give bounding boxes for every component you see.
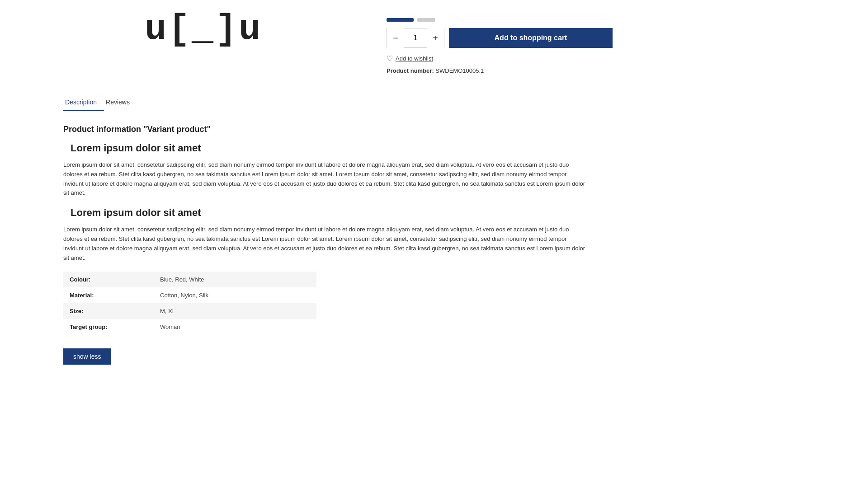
description-body-2: Lorem ipsum dolor sit amet, consetetur s… — [63, 225, 588, 263]
quantity-control: − + — [387, 28, 444, 48]
product-number-label: Product number: — [387, 67, 434, 74]
property-row: Size: M, XL — [63, 303, 316, 319]
product-info-title: Product information "Variant product" — [63, 125, 588, 134]
property-row: Material: Cotton, Nylon, Silk — [63, 287, 316, 303]
property-label: Material: — [63, 287, 154, 303]
add-to-wishlist-button[interactable]: Add to wishlist — [396, 55, 433, 62]
quantity-increase-button[interactable]: + — [427, 28, 444, 48]
tabs-bar: Description Reviews — [63, 95, 588, 111]
qty-tab-active — [387, 18, 414, 22]
properties-table: Colour: Blue, Red, White Material: Cotto… — [63, 272, 316, 335]
qty-tab-inactive — [417, 18, 435, 22]
tab-reviews[interactable]: Reviews — [104, 95, 137, 111]
description-heading-1: Lorem ipsum dolor sit amet — [63, 142, 588, 154]
cart-row: − + Add to shopping cart — [387, 28, 613, 48]
add-to-cart-button[interactable]: Add to shopping cart — [449, 28, 613, 48]
product-number-row: Product number: SWDEMO10005.1 — [387, 67, 613, 74]
property-row: Target group: Woman — [63, 319, 316, 335]
main-content: Description Reviews Product information … — [63, 95, 588, 365]
quantity-decrease-button[interactable]: − — [387, 28, 404, 48]
product-number-value: SWDEMO10005.1 — [435, 67, 484, 74]
property-label: Colour: — [63, 272, 154, 287]
heart-icon: ♡ — [387, 54, 393, 63]
product-image-area: u[_]u — [90, 0, 316, 50]
show-less-button[interactable]: show less — [63, 348, 111, 365]
description-body-1: Lorem ipsum dolor sit amet, consetetur s… — [63, 160, 588, 198]
property-value: Woman — [154, 319, 316, 335]
quantity-input[interactable] — [404, 34, 427, 42]
quantity-tabs-indicator — [387, 18, 613, 22]
property-label: Target group: — [63, 319, 154, 335]
purchase-area: − + Add to shopping cart ♡ Add to wishli… — [387, 18, 613, 74]
property-row: Colour: Blue, Red, White — [63, 272, 316, 287]
tab-description[interactable]: Description — [63, 95, 104, 111]
property-value: M, XL — [154, 303, 316, 319]
product-image: u[_]u — [145, 11, 262, 50]
property-value: Cotton, Nylon, Silk — [154, 287, 316, 303]
property-value: Blue, Red, White — [154, 272, 316, 287]
wishlist-row: ♡ Add to wishlist — [387, 54, 613, 63]
property-label: Size: — [63, 303, 154, 319]
description-heading-2: Lorem ipsum dolor sit amet — [63, 207, 588, 219]
